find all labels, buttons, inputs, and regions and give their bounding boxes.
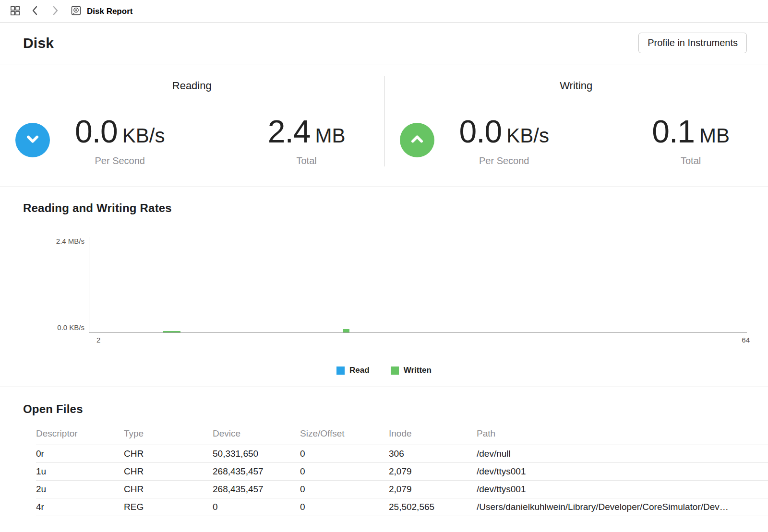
cell-inode: 2,079: [389, 463, 477, 481]
cell-size-offset: 0: [300, 481, 389, 498]
cell-inode: 306: [389, 445, 477, 463]
open-files-table-body: 0rCHR50,331,6500306/dev/null1uCHR268,435…: [36, 445, 768, 516]
cell-type: CHR: [124, 481, 213, 498]
legend-swatch: [336, 366, 345, 375]
legend-item-read: Read: [336, 366, 370, 375]
cell-inode: 25,502,565: [389, 498, 477, 516]
cell-device: 0: [213, 498, 300, 516]
writing-total-unit: MB: [699, 124, 730, 147]
table-row[interactable]: 0rCHR50,331,6500306/dev/null: [36, 445, 768, 463]
x-axis-min-label: 2: [96, 336, 100, 344]
reading-panel: Reading 0.0 KB/s Per Second 2.4: [0, 76, 384, 166]
grid-icon: [10, 5, 21, 18]
page-header: Disk Profile in Instruments: [0, 23, 768, 64]
y-axis-min-label: 0.0 KB/s: [57, 323, 84, 331]
chart-plot: 2.4 MB/s 0.0 KB/s: [89, 237, 747, 333]
toolbar-title: Disk Report: [87, 7, 132, 16]
open-files-section: Open Files DescriptorTypeDeviceSize/Offs…: [0, 387, 768, 516]
cell-path: /Users/danielkuhlwein/Library/Developer/…: [477, 498, 768, 516]
breadcrumb[interactable]: Disk Report: [70, 5, 132, 18]
cell-descriptor: 0r: [36, 445, 124, 463]
reading-total-unit: MB: [315, 124, 346, 147]
column-header-path[interactable]: Path: [477, 426, 768, 445]
writing-rate-unit: KB/s: [506, 124, 549, 147]
cell-size-offset: 0: [300, 498, 389, 516]
cell-path: /dev/null: [477, 445, 768, 463]
writing-rate-label: Per Second: [479, 155, 529, 166]
forward-button[interactable]: [47, 3, 63, 20]
reading-total-label: Total: [297, 155, 317, 166]
writing-total-value: 0.1: [652, 113, 695, 150]
legend-item-written: Written: [391, 366, 432, 375]
toolbar: Disk Report: [0, 0, 768, 23]
column-header-descriptor[interactable]: Descriptor: [36, 426, 124, 445]
legend-swatch: [391, 366, 399, 375]
reading-total: 2.4 MB Total: [268, 113, 346, 166]
chevron-right-icon: [50, 5, 60, 17]
stats-section: Reading 0.0 KB/s Per Second 2.4: [0, 64, 768, 187]
table-row[interactable]: 1uCHR268,435,45702,079/dev/ttys001: [36, 463, 768, 481]
page-title: Disk: [23, 35, 54, 51]
cell-inode: 2,079: [389, 481, 477, 498]
cell-type: CHR: [124, 445, 213, 463]
profile-in-instruments-button[interactable]: Profile in Instruments: [638, 33, 747, 53]
chart-legend: ReadWritten: [0, 366, 768, 375]
reading-rate: 0.0 KB/s Per Second: [75, 113, 165, 166]
reading-title: Reading: [0, 80, 384, 92]
disk-icon: [70, 5, 82, 18]
x-axis-labels: 2 64: [89, 333, 747, 343]
writing-circle: [400, 123, 434, 157]
y-axis-max-label: 2.4 MB/s: [56, 237, 84, 245]
chevron-left-icon: [30, 5, 40, 17]
cell-path: /dev/ttys001: [477, 463, 768, 481]
column-header-inode[interactable]: Inode: [389, 426, 477, 445]
reading-circle: [15, 123, 50, 157]
related-items-button[interactable]: [7, 3, 23, 20]
chart-bar-written: [163, 331, 180, 332]
cell-size-offset: 0: [300, 445, 389, 463]
writing-total: 0.1 MB Total: [652, 113, 730, 166]
cell-descriptor: 4r: [36, 498, 124, 516]
chevron-down-icon: [24, 130, 42, 150]
cell-device: 50,331,650: [213, 445, 300, 463]
reading-rate-value: 0.0: [75, 113, 118, 150]
table-row[interactable]: 2uCHR268,435,45702,079/dev/ttys001: [36, 481, 768, 498]
x-axis-max-label: 64: [742, 336, 750, 344]
writing-panel: Writing 0.0 KB/s Per Second 0.1: [384, 76, 768, 166]
chart-bar-written: [343, 329, 349, 332]
rates-chart: 2.4 MB/s 0.0 KB/s 2 64: [89, 237, 747, 343]
rates-section: Reading and Writing Rates 2.4 MB/s 0.0 K…: [0, 187, 768, 387]
open-files-table: DescriptorTypeDeviceSize/OffsetInodePath…: [36, 426, 768, 516]
writing-rate: 0.0 KB/s Per Second: [459, 113, 549, 166]
writing-title: Writing: [384, 80, 768, 92]
writing-rate-value: 0.0: [459, 113, 502, 150]
table-row[interactable]: 4rREG0025,502,565/Users/danielkuhlwein/L…: [36, 498, 768, 516]
column-header-type[interactable]: Type: [124, 426, 213, 445]
cell-device: 268,435,457: [213, 463, 300, 481]
cell-type: REG: [124, 498, 213, 516]
cell-descriptor: 2u: [36, 481, 124, 498]
cell-type: CHR: [124, 463, 213, 481]
cell-size-offset: 0: [300, 463, 389, 481]
column-header-size-offset[interactable]: Size/Offset: [300, 426, 389, 445]
cell-descriptor: 1u: [36, 463, 124, 481]
open-files-header-row: DescriptorTypeDeviceSize/OffsetInodePath: [36, 426, 768, 445]
column-header-device[interactable]: Device: [213, 426, 300, 445]
reading-rate-label: Per Second: [95, 155, 145, 166]
chevron-up-icon: [408, 130, 426, 150]
legend-label: Read: [349, 366, 370, 375]
reading-rate-unit: KB/s: [122, 124, 165, 147]
rates-title: Reading and Writing Rates: [23, 201, 768, 215]
open-files-title: Open Files: [23, 402, 768, 416]
reading-total-value: 2.4: [268, 113, 311, 150]
back-button[interactable]: [27, 3, 43, 20]
cell-path: /dev/ttys001: [477, 481, 768, 498]
cell-device: 268,435,457: [213, 481, 300, 498]
writing-total-label: Total: [681, 155, 701, 166]
legend-label: Written: [404, 366, 432, 375]
